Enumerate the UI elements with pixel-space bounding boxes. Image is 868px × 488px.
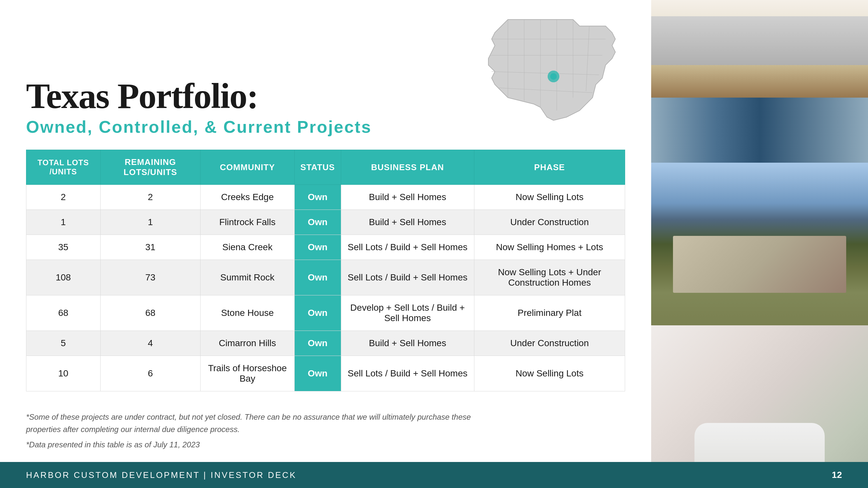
photo-house [651, 163, 868, 325]
cell-status: Own [294, 235, 341, 260]
cell-remaining: 6 [100, 356, 200, 391]
cell-status: Own [294, 331, 341, 356]
cell-business: Develop + Sell Lots / Build + Sell Homes [341, 295, 474, 331]
cell-status: Own [294, 260, 341, 295]
portfolio-table: TOTAL LOTS /UNITS REMAINING LOTS/UNITS C… [26, 150, 625, 391]
col-header-remaining: REMAINING LOTS/UNITS [100, 150, 200, 185]
cell-phase: Under Construction [474, 210, 625, 235]
cell-total: 10 [26, 356, 101, 391]
cell-phase: Now Selling Lots [474, 356, 625, 391]
cell-community: Flintrock Falls [200, 210, 294, 235]
cell-remaining: 73 [100, 260, 200, 295]
cell-business: Build + Sell Homes [341, 210, 474, 235]
cell-remaining: 2 [100, 185, 200, 210]
table-row: 54Cimarron HillsOwnBuild + Sell HomesUnd… [26, 331, 625, 356]
cell-total: 2 [26, 185, 101, 210]
col-header-phase: PHASE [474, 150, 625, 185]
cell-business: Sell Lots / Build + Sell Homes [341, 260, 474, 295]
footnote-3: *Data presented in this table is as of J… [26, 438, 580, 451]
cell-status: Own [294, 356, 341, 391]
footnote-2: properties after completing our internal… [26, 423, 580, 435]
cell-phase: Under Construction [474, 331, 625, 356]
table-row: 6868Stone HouseOwnDevelop + Sell Lots / … [26, 295, 625, 331]
cell-status: Own [294, 185, 341, 210]
cell-total: 35 [26, 235, 101, 260]
cell-community: Siena Creek [200, 235, 294, 260]
cell-community: Stone House [200, 295, 294, 331]
cell-total: 1 [26, 210, 101, 235]
cell-total: 5 [26, 331, 101, 356]
cell-phase: Now Selling Lots + Under Construction Ho… [474, 260, 625, 295]
col-header-community: COMMUNITY [200, 150, 294, 185]
footnote-1: *Some of these projects are under contra… [26, 411, 580, 423]
cell-status: Own [294, 295, 341, 331]
main-content: Texas Portfolio: Owned, Controlled, & Cu… [0, 0, 651, 488]
cell-remaining: 4 [100, 331, 200, 356]
cell-business: Build + Sell Homes [341, 185, 474, 210]
col-header-total: TOTAL LOTS /UNITS [26, 150, 101, 185]
cell-phase: Preliminary Plat [474, 295, 625, 331]
footer-page-number: 12 [832, 470, 842, 480]
cell-community: Trails of Horseshoe Bay [200, 356, 294, 391]
bottom-bar: HARBOR CUSTOM DEVELOPMENT | INVESTOR DEC… [0, 462, 868, 488]
svg-point-11 [550, 73, 557, 80]
cell-remaining: 68 [100, 295, 200, 331]
cell-remaining: 1 [100, 210, 200, 235]
cell-status: Own [294, 210, 341, 235]
cell-community: Cimarron Hills [200, 331, 294, 356]
footer-notes: *Some of these projects are under contra… [26, 411, 580, 451]
table-row: 10873Summit RockOwnSell Lots / Build + S… [26, 260, 625, 295]
table-row: 3531Siena CreekOwnSell Lots / Build + Se… [26, 235, 625, 260]
cell-remaining: 31 [100, 235, 200, 260]
table-row: 11Flintrock FallsOwnBuild + Sell HomesUn… [26, 210, 625, 235]
cell-business: Sell Lots / Build + Sell Homes [341, 235, 474, 260]
right-sidebar [651, 0, 868, 488]
table-row: 22Creeks EdgeOwnBuild + Sell HomesNow Se… [26, 185, 625, 210]
cell-phase: Now Selling Lots [474, 185, 625, 210]
cell-business: Build + Sell Homes [341, 331, 474, 356]
photo-kitchen [651, 0, 868, 163]
cell-total: 68 [26, 295, 101, 331]
cell-phase: Now Selling Homes + Lots [474, 235, 625, 260]
cell-total: 108 [26, 260, 101, 295]
footer-brand: HARBOR CUSTOM DEVELOPMENT | INVESTOR DEC… [26, 470, 297, 480]
col-header-business: BUSINESS PLAN [341, 150, 474, 185]
cell-business: Sell Lots / Build + Sell Homes [341, 356, 474, 391]
cell-community: Summit Rock [200, 260, 294, 295]
texas-map [482, 13, 619, 124]
col-header-status: STATUS [294, 150, 341, 185]
table-row: 106Trails of Horseshoe BayOwnSell Lots /… [26, 356, 625, 391]
cell-community: Creeks Edge [200, 185, 294, 210]
